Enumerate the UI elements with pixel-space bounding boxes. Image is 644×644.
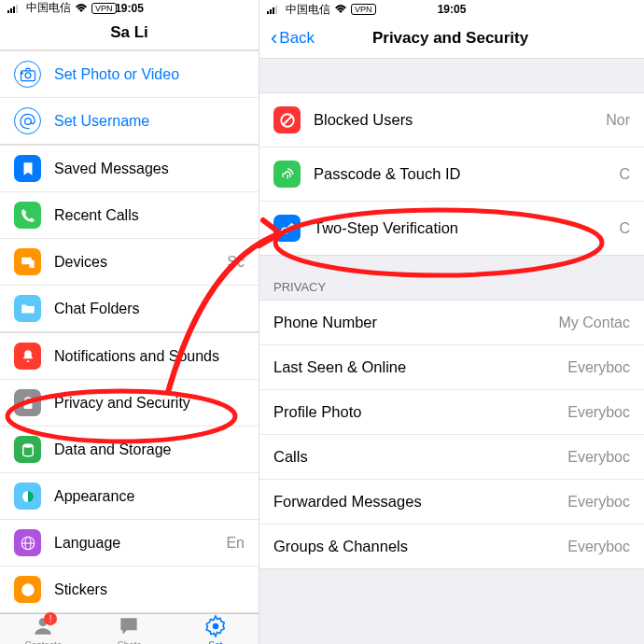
twostep-value: C bbox=[619, 220, 630, 237]
data-storage-item[interactable]: Data and Storage bbox=[0, 427, 259, 473]
blocked-users-item[interactable]: Blocked Users Nor bbox=[259, 93, 644, 147]
photo-label: Profile Photo bbox=[273, 403, 567, 421]
lastseen-value: Everyboc bbox=[567, 359, 630, 376]
status-time: 19:05 bbox=[115, 2, 144, 15]
data-label: Data and Storage bbox=[54, 441, 245, 458]
privacy-section-header: PRIVACY bbox=[259, 274, 644, 300]
stickers-item[interactable]: Stickers bbox=[0, 567, 259, 612]
language-label: Language bbox=[54, 535, 226, 552]
back-button[interactable]: ‹ Back bbox=[271, 26, 315, 50]
devices-value: Sc bbox=[227, 254, 245, 271]
lastseen-label: Last Seen & Online bbox=[273, 358, 567, 376]
security-section: Blocked Users Nor Passcode & Touch ID C … bbox=[259, 92, 644, 256]
contacts-icon: ! bbox=[31, 614, 55, 638]
saved-label: Saved Messages bbox=[54, 161, 245, 177]
blocked-label: Blocked Users bbox=[314, 111, 606, 129]
page-title: Privacy and Security bbox=[372, 29, 528, 48]
saved-messages-item[interactable]: Saved Messages bbox=[0, 146, 259, 192]
privacy-security-item[interactable]: Privacy and Security bbox=[0, 380, 259, 427]
phone-number-item[interactable]: Phone Number My Contac bbox=[259, 301, 644, 345]
groups-label: Groups & Channels bbox=[273, 538, 567, 555]
status-bar-right: 中国电信 VPN 19:05 bbox=[259, 0, 644, 19]
settings-group-2: Notifications and Sounds Privacy and Sec… bbox=[0, 332, 259, 613]
privacy-header: ‹ Back Privacy and Security bbox=[259, 19, 644, 59]
phone-value: My Contac bbox=[559, 315, 630, 331]
svg-rect-20 bbox=[267, 11, 269, 14]
set-username-item[interactable]: Set Username bbox=[0, 98, 259, 144]
language-item[interactable]: Language En bbox=[0, 520, 259, 567]
svg-line-25 bbox=[283, 116, 291, 124]
block-icon bbox=[273, 106, 301, 133]
notifications-label: Notifications and Sounds bbox=[54, 348, 245, 365]
chevron-left-icon: ‹ bbox=[271, 26, 277, 50]
signal-icon bbox=[7, 4, 22, 13]
fingerprint-icon bbox=[273, 161, 301, 188]
two-step-item[interactable]: Two-Step Verification C bbox=[259, 202, 644, 255]
passcode-value: C bbox=[619, 166, 630, 183]
svg-point-8 bbox=[24, 118, 31, 124]
svg-point-5 bbox=[25, 72, 31, 77]
status-time-r: 19:05 bbox=[438, 3, 467, 16]
lastseen-item[interactable]: Last Seen & Online Everyboc bbox=[259, 345, 644, 390]
folder-icon bbox=[14, 295, 41, 322]
chats-icon bbox=[117, 614, 141, 638]
bell-icon bbox=[14, 343, 41, 370]
chat-folders-item[interactable]: Chat Folders bbox=[0, 286, 259, 331]
phone-icon bbox=[14, 202, 41, 229]
groups-item[interactable]: Groups & Channels Everyboc bbox=[259, 525, 644, 568]
calls-label: Recent Calls bbox=[54, 207, 245, 224]
svg-rect-23 bbox=[275, 6, 277, 14]
svg-point-26 bbox=[282, 228, 287, 233]
notifications-item[interactable]: Notifications and Sounds bbox=[0, 333, 259, 380]
svg-rect-3 bbox=[16, 5, 18, 13]
svg-rect-2 bbox=[13, 7, 15, 13]
photo-value: Everyboc bbox=[567, 404, 630, 421]
camera-icon bbox=[14, 61, 41, 88]
settings-header: Sa Li bbox=[0, 16, 259, 50]
forwarded-value: Everyboc bbox=[567, 494, 630, 511]
tab-contacts-label: Contacts bbox=[24, 640, 61, 644]
bookmark-icon bbox=[14, 155, 41, 182]
at-icon bbox=[14, 107, 41, 134]
devices-item[interactable]: Devices Sc bbox=[0, 239, 259, 286]
profile-name: Sa Li bbox=[11, 23, 247, 42]
tab-contacts[interactable]: ! Contacts bbox=[0, 614, 86, 644]
folders-label: Chat Folders bbox=[54, 301, 245, 317]
tab-bar: ! Contacts Chats Set bbox=[0, 613, 259, 644]
set-photo-label: Set Photo or Video bbox=[54, 66, 245, 83]
svg-point-12 bbox=[22, 443, 33, 448]
appearance-item[interactable]: Appearance bbox=[0, 473, 259, 520]
groups-value: Everyboc bbox=[567, 539, 630, 555]
appearance-label: Appearance bbox=[54, 488, 245, 505]
svg-rect-0 bbox=[7, 10, 9, 13]
forwarded-label: Forwarded Messages bbox=[273, 493, 567, 511]
back-label: Back bbox=[279, 29, 315, 48]
tab-settings-label: Set bbox=[208, 640, 222, 644]
calls-privacy-label: Calls bbox=[273, 448, 567, 466]
profile-actions-group: Set Photo or Video Set Username bbox=[0, 50, 259, 145]
settings-icon bbox=[203, 614, 228, 638]
data-icon bbox=[14, 436, 41, 463]
privacy-security-screen: 中国电信 VPN 19:05 ‹ Back Privacy and Securi… bbox=[259, 0, 644, 644]
twostep-label: Two-Step Verification bbox=[314, 219, 619, 237]
set-photo-item[interactable]: Set Photo or Video bbox=[0, 51, 259, 98]
svg-point-19 bbox=[213, 623, 219, 630]
status-bar: 中国电信 VPN 19:05 bbox=[0, 0, 259, 16]
wifi-icon bbox=[75, 4, 88, 13]
recent-calls-item[interactable]: Recent Calls bbox=[0, 192, 259, 239]
devices-label: Devices bbox=[54, 254, 227, 271]
carrier-label-r: 中国电信 bbox=[286, 2, 330, 18]
devices-icon bbox=[14, 248, 41, 275]
language-value: En bbox=[226, 535, 245, 552]
tab-settings[interactable]: Set bbox=[173, 614, 259, 644]
lock-icon bbox=[14, 389, 41, 416]
profile-photo-item[interactable]: Profile Photo Everyboc bbox=[259, 390, 644, 435]
phone-label: Phone Number bbox=[273, 314, 559, 331]
blocked-value: Nor bbox=[606, 112, 630, 129]
passcode-item[interactable]: Passcode & Touch ID C bbox=[259, 147, 644, 202]
tab-chats[interactable]: Chats bbox=[86, 614, 172, 644]
signal-icon bbox=[267, 5, 282, 14]
forwarded-item[interactable]: Forwarded Messages Everyboc bbox=[259, 480, 644, 525]
calls-privacy-item[interactable]: Calls Everyboc bbox=[259, 435, 644, 480]
stickers-label: Stickers bbox=[54, 581, 245, 598]
